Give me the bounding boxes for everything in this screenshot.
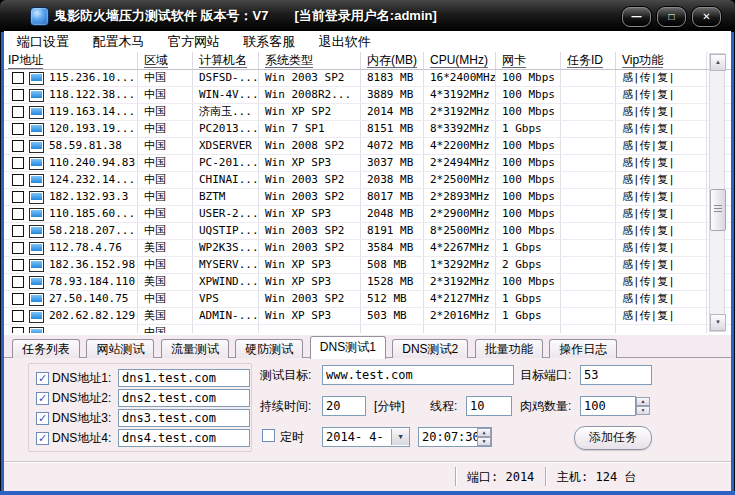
table-row[interactable]: 58.218.207... 中国 UQSTIP... Win 2003 SP2 … [4,223,731,240]
row-task-id [561,274,616,290]
row-checkbox[interactable] [12,293,24,305]
target-port-input[interactable] [580,365,652,385]
table-row[interactable]: 118.122.38... 中国 WIN-4V... Win 2008R2...… [4,87,731,104]
close-button[interactable]: ✕ [692,7,721,27]
row-memory [361,325,424,333]
table-row[interactable]: 27.50.140.75 中国 VPS Win 2003 SP2 512 MB … [4,291,731,308]
tab-hardfirewall-test[interactable]: 硬防测试 [235,339,303,359]
tab-task-list[interactable]: 任务列表 [12,339,80,359]
row-checkbox[interactable] [12,242,24,254]
row-checkbox[interactable] [12,276,24,288]
row-cpu: 2*2500MHz [424,172,496,188]
table-row[interactable]: 110.185.60... 中国 USER-2... Win XP SP3 20… [4,206,731,223]
table-row[interactable]: 110.240.94.83 中国 PC-201... Win XP SP3 30… [4,155,731,172]
column-header-nic[interactable]: 网卡 [496,52,561,69]
date-dropdown-icon[interactable]: ▼ [391,429,409,445]
column-header-computer[interactable]: 计算机名 [193,52,259,69]
row-task-id [561,206,616,222]
duration-input[interactable] [322,396,366,416]
scroll-down-button[interactable]: ▼ [710,314,726,331]
menu-item-exit[interactable]: 退出软件 [313,31,377,52]
row-checkbox[interactable] [12,140,24,152]
column-header-os[interactable]: 系统类型 [259,52,361,69]
tab-dns-test-1[interactable]: DNS测试1 [310,336,386,359]
tab-website-test[interactable]: 网站测试 [86,339,154,359]
row-checkbox[interactable] [12,72,24,84]
menu-item-official-site[interactable]: 官方网站 [162,31,226,52]
computer-icon [29,225,44,238]
dns1-checkbox[interactable]: ✓ [36,372,49,385]
row-checkbox[interactable] [12,123,24,135]
table-row[interactable]: 182.36.152.98 中国 MYSERV... Win XP SP3 50… [4,257,731,274]
dns3-checkbox[interactable]: ✓ [36,412,49,425]
scrollbar-thumb[interactable] [710,189,726,231]
tab-traffic-test[interactable]: 流量测试 [161,339,229,359]
row-checkbox[interactable] [12,106,24,118]
dns1-input[interactable] [118,369,250,387]
row-checkbox[interactable] [12,327,24,333]
column-header-cpu[interactable]: CPU(MHz) [424,52,496,69]
dns2-checkbox[interactable]: ✓ [36,392,49,405]
table-row[interactable]: 182.132.93.3 中国 BZTM Win 2003 SP2 8017 M… [4,189,731,206]
row-cpu: 8*3392MHz [424,121,496,137]
row-checkbox[interactable] [12,174,24,186]
column-header-ip[interactable]: IP地址 [4,52,138,69]
time-picker[interactable]: 20:07:30 ▲ ▼ [418,427,492,447]
row-os-type: Win 2003 SP2 [259,240,361,256]
add-task-button[interactable]: 添加任务 [574,426,652,450]
menu-item-port-settings[interactable]: 端口设置 [11,31,75,52]
time-stepper-down[interactable]: ▼ [477,437,491,446]
row-checkbox[interactable] [12,157,24,169]
row-checkbox[interactable] [12,191,24,203]
row-computer-name: WP2K3S... [193,240,259,256]
time-stepper-up[interactable]: ▲ [477,428,491,437]
menu-bar: 端口设置 配置木马 官方网站 联系客服 退出软件 [4,31,731,53]
vertical-scrollbar[interactable]: ▲ ▼ [709,53,725,332]
menu-item-contact-support[interactable]: 联系客服 [237,31,301,52]
dns2-input[interactable] [118,389,250,407]
row-vip-features: 感|传|复| [616,308,707,324]
row-checkbox[interactable] [12,310,24,322]
table-row[interactable]: 58.59.81.38 中国 XDSERVER Win 2008 SP2 407… [4,138,731,155]
bots-stepper-down[interactable]: ▼ [636,406,650,415]
row-cpu [424,325,496,333]
row-checkbox[interactable] [12,208,24,220]
row-region: 中国 [138,138,193,154]
table-row[interactable]: 78.93.184.110 美国 XPWIND... Win XP SP3 15… [4,274,731,291]
row-checkbox[interactable] [12,259,24,271]
column-header-memory[interactable]: 内存(MB) [361,52,424,69]
row-memory: 8017 MB [361,189,424,205]
column-header-region[interactable]: 区域 [138,52,193,69]
column-header-task-id[interactable]: 任务ID [561,52,616,69]
target-input[interactable] [322,365,514,385]
computer-icon [29,174,44,187]
dns4-input[interactable] [118,429,250,447]
maximize-button[interactable]: □ [657,7,686,27]
row-ip: 27.50.140.75 [49,291,128,307]
table-row[interactable]: 202.62.82.129 美国 ADMIN-... Win XP SP3 50… [4,308,731,325]
dns3-input[interactable] [118,409,250,427]
row-checkbox[interactable] [12,225,24,237]
row-checkbox[interactable] [12,89,24,101]
bots-stepper-up[interactable]: ▲ [636,397,650,406]
table-row[interactable]: 119.163.14... 中国 济南玉... Win XP SP2 2014 … [4,104,731,121]
tab-dns-test-2[interactable]: DNS测试2 [392,339,468,359]
tab-batch-functions[interactable]: 批量功能 [475,339,543,359]
threads-input[interactable] [466,396,512,416]
minimize-button[interactable]: — [622,7,651,27]
table-row[interactable]: 120.193.19... 中国 PC2013... Win 7 SP1 815… [4,121,731,138]
date-picker[interactable]: 2014- 4- 2 ▼ [322,427,410,447]
timer-checkbox[interactable] [262,429,275,442]
menu-item-configure-trojan[interactable]: 配置木马 [86,31,150,52]
dns4-checkbox[interactable]: ✓ [36,432,49,445]
tab-operation-log[interactable]: 操作日志 [549,339,617,359]
table-row[interactable]: 中国 [4,325,731,333]
table-row[interactable]: 115.236.10... 中国 DSFSD-... Win 2003 SP2 … [4,70,731,87]
bots-input[interactable] [580,396,636,416]
dns2-label: DNS地址2: [52,390,111,407]
table-row[interactable]: 124.232.14... 中国 CHINAI... Win 2003 SP2 … [4,172,731,189]
scroll-up-icon: ▲ [715,59,721,65]
column-header-vip[interactable]: Vip功能 [616,52,707,69]
table-row[interactable]: 112.78.4.76 美国 WP2K3S... Win 2003 SP2 35… [4,240,731,257]
scroll-up-button[interactable]: ▲ [710,54,726,71]
